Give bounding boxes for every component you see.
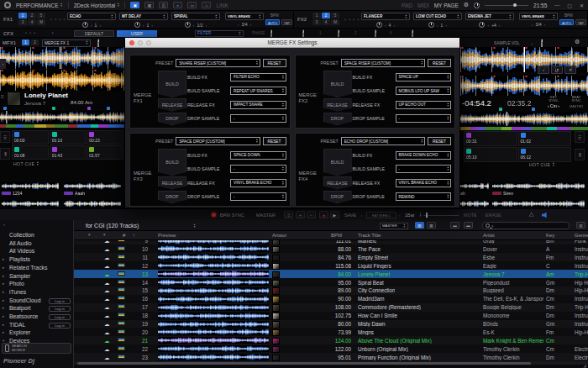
sidebar-item-all-videos[interactable]: All Videos bbox=[0, 248, 74, 256]
fx-bank-button-3[interactable]: 3 bbox=[312, 19, 321, 25]
drop-sample-select[interactable]: -▲▼ bbox=[230, 114, 286, 123]
minimize-button[interactable]: — bbox=[554, 3, 559, 8]
sidebar-item-related-tracks[interactable]: ▸Related Tracks bbox=[0, 265, 74, 273]
sidebar-item-photo[interactable]: ▸Photo bbox=[0, 281, 74, 289]
param-next-icon[interactable]: › bbox=[543, 22, 545, 27]
deck1-expand-handle[interactable]: › bbox=[0, 59, 6, 69]
fx-param-knob[interactable] bbox=[428, 22, 434, 28]
fx-param-knob[interactable] bbox=[376, 22, 382, 28]
bpm-sync-button[interactable]: BPM SYNC bbox=[220, 213, 244, 218]
mixer-view-icon[interactable]: ||| bbox=[159, 2, 168, 8]
artwork-pane-icon[interactable]: ▬ bbox=[464, 222, 473, 229]
param-prev-icon[interactable]: ‹ bbox=[143, 23, 144, 28]
close-traffic-icon[interactable] bbox=[129, 40, 134, 45]
expand-icon[interactable]: › bbox=[538, 66, 549, 74]
search-mobile-button[interactable]: SEARCH MOBILE bbox=[2, 343, 71, 354]
login-button[interactable]: Log in bbox=[49, 314, 71, 320]
param-next-icon[interactable]: › bbox=[249, 22, 251, 27]
sidebar-item-itunes[interactable]: ▸iTunes bbox=[0, 289, 74, 297]
build-sample-select[interactable]: -▲▼ bbox=[396, 165, 452, 173]
bars-select[interactable]: 1Bar bbox=[405, 213, 415, 218]
sidebar-item-all-audio[interactable]: All Audio bbox=[0, 240, 74, 249]
deck2-beat-sync-button[interactable]: BEAT SYNC MASTER bbox=[566, 96, 586, 108]
table-row[interactable]: ☁17108.00Commodore (Remastered)Boogie Be… bbox=[74, 303, 588, 312]
hot-cue-pad[interactable]: 06:12 bbox=[518, 147, 572, 162]
pattern-next-icon[interactable]: › bbox=[399, 213, 401, 218]
sidebar-collapse-icon[interactable]: › bbox=[3, 222, 5, 227]
hot-cue-pad[interactable]: 05:10 bbox=[464, 147, 517, 162]
fx-bank-button-4[interactable]: 4 bbox=[322, 19, 330, 25]
erase-button[interactable]: ERASE bbox=[486, 213, 501, 218]
tag-list-icon[interactable]: ▤ bbox=[576, 222, 585, 229]
deck1-overview-waveform[interactable] bbox=[0, 111, 124, 124]
col-bpm[interactable]: BPM bbox=[331, 233, 342, 238]
rec-indicator-icon[interactable]: ● bbox=[173, 2, 182, 8]
settings-gear-icon[interactable]: ⚙ bbox=[464, 2, 469, 8]
sort-arrow-icon[interactable]: ↑ bbox=[133, 233, 135, 238]
mode-select[interactable]: PERFORMANCE ▲▼ bbox=[16, 3, 63, 8]
table-row[interactable]: ☁1384.00Lonely PlanetJenova 7AmTrip-Hop bbox=[74, 270, 588, 278]
sampler-pad-waveform[interactable] bbox=[2, 200, 59, 208]
pattern-prev-icon[interactable]: ‹ bbox=[361, 213, 363, 218]
build-sample-select[interactable]: REPEAT UP SNARES▲▼ bbox=[230, 87, 286, 95]
table-row[interactable]: ☁12115.08Liquid FingersEagleCInstrument bbox=[74, 261, 588, 270]
preview-waveform[interactable] bbox=[158, 279, 269, 286]
preview-waveform[interactable] bbox=[158, 329, 269, 335]
table-row[interactable]: ☁2395.01Primary Function (Original Mix)T… bbox=[74, 353, 588, 361]
col-artwork[interactable]: Artwor bbox=[272, 233, 286, 238]
dialog-title-bar[interactable]: MERGE FX Settings bbox=[125, 38, 459, 48]
table-row[interactable]: ☁2073.99MngnsEs-KFmHip-Hop bbox=[74, 328, 588, 336]
deck2-key-sync-button[interactable]: KEY SYNC ‹ Cm › bbox=[543, 96, 564, 108]
sampler-pad-waveform[interactable] bbox=[2, 182, 59, 190]
param-prev-icon[interactable]: ‹ bbox=[437, 23, 438, 28]
param-prev-icon[interactable]: ‹ bbox=[385, 23, 386, 28]
loop-icon[interactable]: ↺ bbox=[551, 66, 563, 74]
deck2-pad-grid-icon[interactable]: ⠿ bbox=[575, 131, 585, 143]
param-next-icon[interactable]: › bbox=[151, 23, 153, 28]
fx-bank-button-5[interactable]: 5 bbox=[37, 13, 45, 18]
fx-slot-select[interactable]: MT DELAY▲▼ bbox=[119, 13, 168, 20]
drop-sample-select[interactable]: -▲▼ bbox=[230, 192, 286, 201]
preview-waveform[interactable] bbox=[158, 287, 269, 294]
fx-bpm-auto-button[interactable]: AUTO bbox=[559, 19, 574, 25]
maximize-button[interactable]: ▢ bbox=[567, 3, 572, 8]
seq-record-button[interactable]: ● bbox=[319, 211, 328, 218]
fx-param-knob[interactable] bbox=[479, 22, 485, 28]
table-row[interactable]: ☁1690.00Madrid3amThe Deli, Es-K, & Jansp… bbox=[74, 295, 588, 303]
sidebar-item-beatport[interactable]: ▸BeatportLog in bbox=[0, 305, 74, 313]
deck1-beatjump-icon[interactable]: |‖| bbox=[0, 148, 10, 160]
fx-release-select[interactable]: VINYL BRAKE▲▼ bbox=[519, 13, 558, 20]
build-fx-select[interactable]: FILTER ECHO▲▼ bbox=[230, 73, 286, 81]
hot-cue-pad[interactable]: 01:57 bbox=[87, 145, 123, 160]
param-next-icon[interactable]: › bbox=[205, 23, 207, 28]
release-fx-select[interactable]: IMPACT SNARE▲▼ bbox=[230, 101, 286, 109]
filter-funnel-icon[interactable]: ▼ bbox=[102, 233, 106, 237]
speaker-icon[interactable] bbox=[542, 213, 549, 218]
minimize-traffic-icon[interactable] bbox=[138, 40, 143, 45]
horizontal-scrollbar[interactable] bbox=[74, 361, 588, 365]
close-button[interactable]: ✕ bbox=[580, 3, 584, 8]
preview-waveform[interactable] bbox=[158, 245, 269, 252]
mfx-deck1-button[interactable]: 1 bbox=[22, 39, 29, 45]
build-sample-select[interactable]: -▲▼ bbox=[230, 165, 286, 173]
sampler-pad-waveform[interactable] bbox=[492, 182, 585, 190]
col-genre[interactable]: Genre bbox=[575, 233, 588, 238]
metronome-icon[interactable]: △ bbox=[529, 211, 533, 218]
hot-cue-pad[interactable]: 00:31 bbox=[464, 131, 517, 146]
param-next-icon[interactable]: › bbox=[99, 23, 101, 28]
deck1-waveform-bottom[interactable] bbox=[0, 70, 124, 91]
deck2-waveform-bottom[interactable] bbox=[460, 76, 588, 96]
fx-bank-button-1[interactable]: 1 bbox=[18, 13, 27, 18]
zoom-traffic-icon[interactable] bbox=[146, 40, 151, 45]
fx-bank-button-5[interactable]: 5 bbox=[331, 13, 339, 18]
volume-slider[interactable] bbox=[485, 5, 528, 6]
mfx-preset-select[interactable]: MERGE FX 1 ▲▼ bbox=[42, 39, 91, 47]
seq-length-slider[interactable] bbox=[423, 215, 459, 216]
fx-bank-button-M[interactable]: M bbox=[37, 19, 45, 25]
build-fx-select[interactable]: BRAKE DOWN ECHO▲▼ bbox=[396, 151, 452, 160]
build-sample-select[interactable]: MOBIUS LFO UP SAW▲▼ bbox=[396, 87, 452, 95]
fx-param-knob[interactable] bbox=[185, 22, 191, 28]
seq-play-button[interactable]: ▶ bbox=[330, 211, 339, 218]
preview-waveform[interactable] bbox=[158, 254, 269, 260]
resize-corner-icon[interactable]: ◢ bbox=[583, 363, 586, 368]
